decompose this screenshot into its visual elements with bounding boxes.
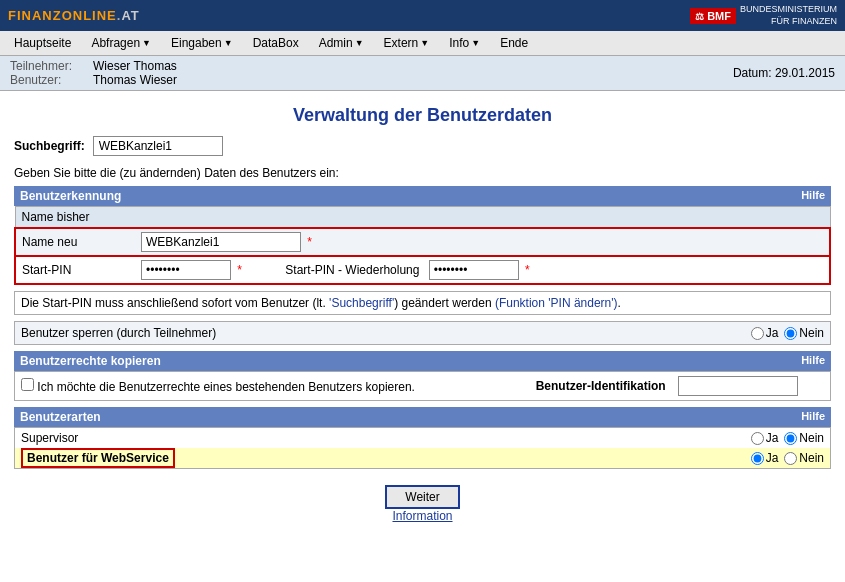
content: Suchbegriff: Geben Sie bitte die (zu änd… <box>0 136 845 539</box>
teilnehmer-value: Wieser Thomas <box>93 59 177 73</box>
logo-online: ONLINE <box>62 8 117 23</box>
identifikation-label: Benutzer-Identifikation <box>502 372 672 401</box>
start-pin-cell: * Start-PIN - Wiederholung * <box>135 256 830 284</box>
notice-function: (Funktion 'PIN ändern') <box>495 296 618 310</box>
userbar: Teilnehmer: Wieser Thomas Benutzer: Thom… <box>0 56 845 91</box>
nav-extern[interactable]: Extern▼ <box>374 31 440 55</box>
teilnehmer-label: Teilnehmer: <box>10 59 85 73</box>
nav-abfragen[interactable]: Abfragen▼ <box>81 31 161 55</box>
logo-at: AT <box>121 8 139 23</box>
rechte-kopieren-header: Benutzerrechte kopieren Hilfe <box>14 351 831 371</box>
info-arrow: ▼ <box>471 38 480 48</box>
benutzerarten-table: Supervisor Ja Nein Benutzer für WebServi… <box>14 427 831 469</box>
date-label: Datum: <box>733 66 772 80</box>
suchbegriff-row: Suchbegriff: <box>14 136 831 156</box>
name-neu-cell: * <box>135 228 830 256</box>
name-neu-required: * <box>307 235 312 249</box>
logo-finance: FINANZ <box>8 8 62 23</box>
supervisor-nein-radio[interactable] <box>784 432 797 445</box>
supervisor-nein-label[interactable]: Nein <box>784 431 824 445</box>
rechte-kopieren-hilfe[interactable]: Hilfe <box>801 354 825 368</box>
notice-suchbegriff: 'Suchbegriff' <box>329 296 394 310</box>
benutzerkennung-title: Benutzerkennung <box>20 189 121 203</box>
start-pin-required: * <box>237 263 242 277</box>
start-pin-label: Start-PIN <box>15 256 135 284</box>
webservice-nein-radio[interactable] <box>784 452 797 465</box>
nav-info[interactable]: Info▼ <box>439 31 490 55</box>
sperren-ja-label[interactable]: Ja <box>751 326 779 340</box>
webservice-row: Benutzer für WebService Ja Nein <box>15 448 831 469</box>
rechte-kopieren-checkbox-cell: Ich möchte die Benutzerrechte eines best… <box>15 372 502 401</box>
webservice-nein-label[interactable]: Nein <box>784 451 824 465</box>
rechte-kopieren-table: Ich möchte die Benutzerrechte eines best… <box>14 371 831 401</box>
bmf-logo: ⚖ BMF BUNDESMINISTERIUMFÜR FINANZEN <box>690 4 837 27</box>
suchbegriff-label: Suchbegriff: <box>14 136 93 156</box>
button-area: Weiter Information <box>14 479 831 529</box>
nav-admin[interactable]: Admin▼ <box>309 31 374 55</box>
bmf-badge: ⚖ BMF <box>690 8 736 24</box>
extern-arrow: ▼ <box>420 38 429 48</box>
name-neu-input[interactable] <box>141 232 301 252</box>
identifikation-input[interactable] <box>678 376 798 396</box>
supervisor-radio-group: Ja Nein <box>559 431 824 445</box>
sperren-nein-radio[interactable] <box>784 327 797 340</box>
teilnehmer-row: Teilnehmer: Wieser Thomas <box>10 59 177 73</box>
nav-ende[interactable]: Ende <box>490 31 538 55</box>
page-title: Verwaltung der Benutzerdaten <box>0 105 845 126</box>
rechte-kopieren-label: Ich möchte die Benutzerrechte eines best… <box>37 380 415 394</box>
navbar: Hauptseite Abfragen▼ Eingaben▼ DataBox A… <box>0 31 845 56</box>
identifikation-cell <box>672 372 831 401</box>
information-link[interactable]: Information <box>392 509 452 523</box>
start-pin-wdh-label: Start-PIN - Wiederholung <box>285 263 419 277</box>
benutzer-row: Benutzer: Thomas Wieser <box>10 73 177 87</box>
bmf-fullname: BUNDESMINISTERIUMFÜR FINANZEN <box>740 4 837 27</box>
nav-hauptseite[interactable]: Hauptseite <box>4 31 81 55</box>
webservice-radio-cell: Ja Nein <box>553 448 831 469</box>
supervisor-ja-label[interactable]: Ja <box>751 431 779 445</box>
eingaben-arrow: ▼ <box>224 38 233 48</box>
webservice-label: Benutzer für WebService <box>21 448 175 468</box>
benutzerkennung-table: Name bisher Name neu * Start-PIN * Start… <box>14 206 831 285</box>
webservice-ja-radio[interactable] <box>751 452 764 465</box>
nav-eingaben[interactable]: Eingaben▼ <box>161 31 243 55</box>
page-title-area: Verwaltung der Benutzerdaten <box>0 91 845 136</box>
name-neu-label: Name neu <box>15 228 135 256</box>
date-value: 29.01.2015 <box>775 66 835 80</box>
suchbegriff-input[interactable] <box>93 136 223 156</box>
start-pin-input[interactable] <box>141 260 231 280</box>
pin-notice: Die Start-PIN muss anschließend sofort v… <box>14 291 831 315</box>
sperren-nein-label[interactable]: Nein <box>784 326 824 340</box>
rechte-kopieren-row: Ich möchte die Benutzerrechte eines best… <box>15 372 831 401</box>
start-pin-wdh-input[interactable] <box>429 260 519 280</box>
supervisor-row: Supervisor Ja Nein <box>15 428 831 449</box>
benutzer-label: Benutzer: <box>10 73 85 87</box>
supervisor-ja-radio[interactable] <box>751 432 764 445</box>
start-pin-wdh-required: * <box>525 263 530 277</box>
date-display: Datum: 29.01.2015 <box>733 66 835 80</box>
sperren-label: Benutzer sperren (durch Teilnehmer) <box>21 326 216 340</box>
rechte-kopieren-checkbox[interactable] <box>21 378 34 391</box>
rechte-kopieren-title: Benutzerrechte kopieren <box>20 354 161 368</box>
bmf-icon: ⚖ <box>695 11 704 22</box>
webservice-ja-label[interactable]: Ja <box>751 451 779 465</box>
benutzer-value: Thomas Wieser <box>93 73 177 87</box>
admin-arrow: ▼ <box>355 38 364 48</box>
sperren-row: Benutzer sperren (durch Teilnehmer) Ja N… <box>14 321 831 345</box>
finanzonline-logo: FINANZONLINE.AT <box>8 8 140 23</box>
webservice-radio-group: Ja Nein <box>559 451 824 465</box>
name-neu-row: Name neu * <box>15 228 830 256</box>
supervisor-label: Supervisor <box>15 428 553 449</box>
bmf-label: BMF <box>707 10 731 22</box>
benutzerarten-hilfe[interactable]: Hilfe <box>801 410 825 424</box>
userbar-left: Teilnehmer: Wieser Thomas Benutzer: Thom… <box>10 59 177 87</box>
benutzerkennung-hilfe[interactable]: Hilfe <box>801 189 825 203</box>
sperren-ja-radio[interactable] <box>751 327 764 340</box>
weiter-button[interactable]: Weiter <box>385 485 459 509</box>
header: FINANZONLINE.AT ⚖ BMF BUNDESMINISTERIUMF… <box>0 0 845 31</box>
name-bisher-row: Name bisher <box>15 207 830 229</box>
sperren-radio-group: Ja Nein <box>751 326 824 340</box>
benutzerarten-header: Benutzerarten Hilfe <box>14 407 831 427</box>
nav-databox[interactable]: DataBox <box>243 31 309 55</box>
description-text: Geben Sie bitte die (zu ändernden) Daten… <box>14 166 831 180</box>
benutzerkennung-header: Benutzerkennung Hilfe <box>14 186 831 206</box>
